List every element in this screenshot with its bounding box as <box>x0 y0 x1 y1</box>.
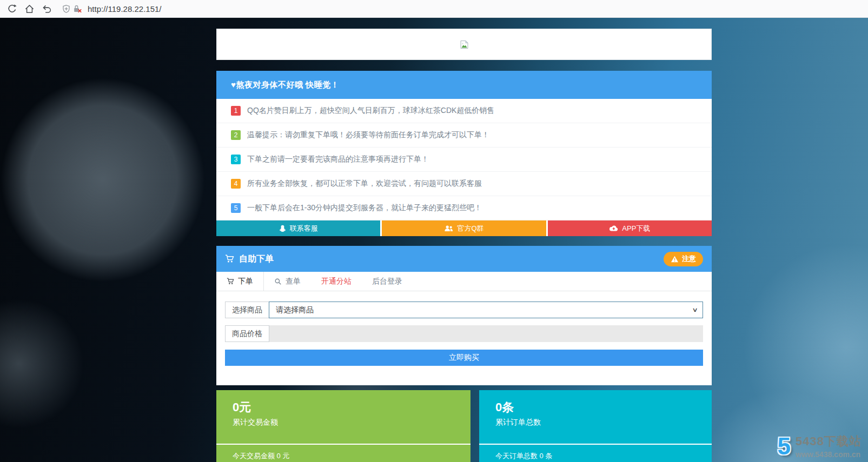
notice-text-5: 一般下单后会在1-30分钟内提交到服务器，就让单子来的更猛烈些吧！ <box>247 203 482 213</box>
order-tabs: 下单 查单 开通分站 后台登录 <box>216 272 712 291</box>
browser-toolbar: http://119.28.22.151/ <box>0 0 868 18</box>
tab-open-branch[interactable]: 开通分站 <box>311 272 362 291</box>
watermark-logo: 5 <box>778 436 791 456</box>
notice-text-1: QQ名片赞日刷上万，超快空间人气日刷百万，球球冰红茶CDK超低价销售 <box>247 106 494 116</box>
tab-check-order[interactable]: 查单 <box>264 272 311 291</box>
notice-item-2: 2 温馨提示：请勿重复下单哦！必须要等待前面任务订单完成才可以下单！ <box>216 123 712 148</box>
broken-image-icon <box>460 40 469 49</box>
tab-admin-login-label: 后台登录 <box>372 277 402 286</box>
stat-label-orders: 累计订单总数 <box>495 418 695 427</box>
order-panel: 自助下单 注意 <box>216 246 712 385</box>
stat-footer-orders: 今天订单总数 0 条 <box>479 445 712 462</box>
back-arrow-icon <box>42 4 52 14</box>
site-logo-card <box>216 29 712 60</box>
notice-text-2: 温馨提示：请勿重复下单哦！必须要等待前面任务订单完成才可以下单！ <box>247 130 489 140</box>
tab-check-order-label: 查单 <box>286 277 301 286</box>
content-column: ♥熬夜对身体不好哦 快睡觉！ 1 QQ名片赞日刷上万，超快空间人气日刷百万，球球… <box>216 18 712 462</box>
official-qq-group-label: 官方Q群 <box>457 224 483 233</box>
stat-body: 0条 累计订单总数 <box>479 390 712 427</box>
search-icon <box>274 278 282 285</box>
stat-label-amount: 累计交易金额 <box>233 418 454 427</box>
notice-badge-4: 4 <box>231 179 241 189</box>
tab-place-order[interactable]: 下单 <box>216 272 264 291</box>
notice-badge-3: 3 <box>231 155 241 164</box>
product-select-row: 选择商品 请选择商品 ∨ <box>225 302 703 318</box>
product-select-label: 选择商品 <box>225 302 269 318</box>
watermark: 5 5438下载站 www.5438.com.cn <box>778 433 862 459</box>
notice-item-1: 1 QQ名片赞日刷上万，超快空间人气日刷百万，球球冰红茶CDK超低价销售 <box>216 99 712 123</box>
order-panel-title: 自助下单 <box>239 253 274 265</box>
stats-row: 0元 累计交易金额 今天交易金额 0 元 0条 累计订单总数 今天订单总数 0 … <box>216 390 712 462</box>
product-select[interactable]: 请选择商品 ∨ <box>269 302 703 318</box>
stat-value-orders: 0条 <box>495 399 695 416</box>
reload-button[interactable] <box>3 1 21 17</box>
notice-text-4: 所有业务全部恢复，都可以正常下单，欢迎尝试，有问题可以联系客服 <box>247 179 482 189</box>
url-text[interactable]: http://119.28.22.151/ <box>88 4 162 14</box>
address-bar[interactable]: http://119.28.22.151/ <box>62 4 865 14</box>
product-select-value: 请选择商品 <box>276 305 314 315</box>
notice-item-4: 4 所有业务全部恢复，都可以正常下单，欢迎尝试，有问题可以联系客服 <box>216 172 712 196</box>
app-download-label: APP下载 <box>622 224 650 233</box>
watermark-text: 5438下载站 www.5438.com.cn <box>796 433 862 459</box>
qq-icon <box>279 225 286 232</box>
watermark-title: 5438下载站 <box>796 433 862 450</box>
contact-service-label: 联系客服 <box>290 224 318 233</box>
shield-icon[interactable] <box>62 4 71 14</box>
stat-card-transactions: 0元 累计交易金额 今天交易金额 0 元 <box>216 390 471 462</box>
product-price-label: 商品价格 <box>225 325 269 342</box>
cloud-download-icon <box>609 225 618 232</box>
notice-panel: ♥熬夜对身体不好哦 快睡觉！ 1 QQ名片赞日刷上万，超快空间人气日刷百万，球球… <box>216 71 712 236</box>
product-price-input <box>269 325 703 342</box>
reload-icon <box>7 4 17 14</box>
tab-open-branch-label: 开通分站 <box>321 277 352 286</box>
notice-text-3: 下单之前请一定要看完该商品的注意事项再进行下单！ <box>247 155 429 164</box>
insecure-lock-icon[interactable] <box>72 4 82 14</box>
tab-admin-login[interactable]: 后台登录 <box>362 272 413 291</box>
attention-button[interactable]: 注意 <box>664 252 703 266</box>
chevron-down-icon: ∨ <box>692 306 698 313</box>
notice-badge-5: 5 <box>231 203 241 213</box>
cart-icon-small <box>227 278 234 285</box>
notice-item-5: 5 一般下单后会在1-30分钟内提交到服务器，就让单子来的更猛烈些吧！ <box>216 196 712 220</box>
back-button[interactable] <box>38 1 55 17</box>
tab-place-order-label: 下单 <box>238 277 253 286</box>
official-qq-group-button[interactable]: 官方Q群 <box>382 220 546 236</box>
notice-badge-1: 1 <box>231 106 241 116</box>
watermark-url: www.5438.com.cn <box>796 450 862 459</box>
buy-now-button[interactable]: 立即购买 <box>225 350 703 366</box>
stat-body: 0元 累计交易金额 <box>216 390 471 427</box>
page-background: ♥熬夜对身体不好哦 快睡觉！ 1 QQ名片赞日刷上万，超快空间人气日刷百万，球球… <box>0 18 868 462</box>
notice-item-3: 3 下单之前请一定要看完该商品的注意事项再进行下单！ <box>216 148 712 172</box>
attention-button-label: 注意 <box>682 254 696 264</box>
warning-icon <box>671 256 679 263</box>
app-download-button[interactable]: APP下载 <box>548 220 712 236</box>
order-panel-header: 自助下单 注意 <box>216 246 712 272</box>
contact-service-button[interactable]: 联系客服 <box>216 220 380 236</box>
home-button[interactable] <box>21 1 38 17</box>
order-title-group: 自助下单 <box>225 253 274 265</box>
home-icon <box>24 4 35 14</box>
notice-panel-header: ♥熬夜对身体不好哦 快睡觉！ <box>216 71 712 99</box>
cart-icon <box>225 255 234 263</box>
stat-value-amount: 0元 <box>233 399 454 416</box>
notice-title: ♥熬夜对身体不好哦 快睡觉！ <box>231 80 339 90</box>
contact-button-row: 联系客服 官方Q群 <box>216 220 712 236</box>
product-price-row: 商品价格 <box>225 325 703 342</box>
users-icon <box>444 225 453 232</box>
notice-badge-2: 2 <box>231 130 241 140</box>
stat-card-orders: 0条 累计订单总数 今天订单总数 0 条 <box>479 390 712 462</box>
order-form: 选择商品 请选择商品 ∨ 商品价格 立即购买 <box>216 291 712 385</box>
stat-footer-amount: 今天交易金额 0 元 <box>216 445 471 462</box>
